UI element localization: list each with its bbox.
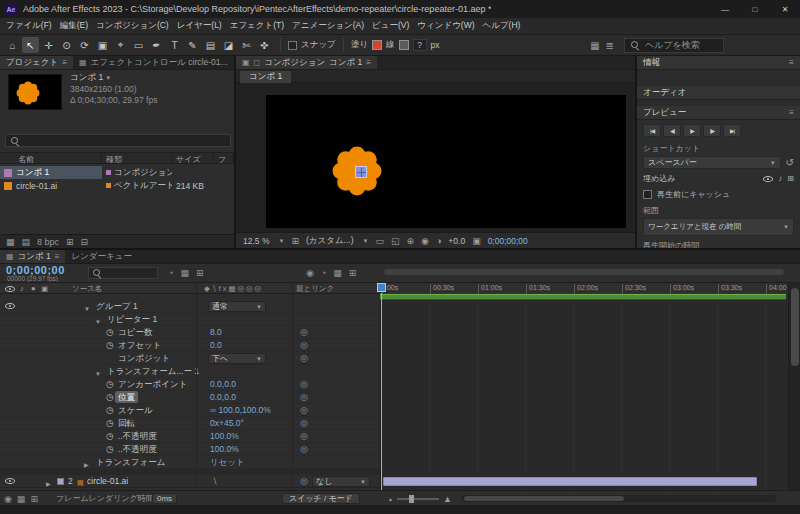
roto-brush-tool[interactable]: ✄ [238,37,255,53]
shy-master-icon[interactable]: ◉ [306,268,314,278]
channels-icon[interactable]: ◉ [421,236,429,246]
stroke-width-field[interactable]: ? [413,39,427,51]
stopwatch-icon[interactable]: ◷ [106,391,114,403]
menu-item[interactable]: アニメーション(A) [288,20,368,32]
timeline-property-row[interactable]: ▼トランスフォーム...ー 1 [0,365,380,378]
property-name[interactable]: グループ 1 [96,300,138,312]
flag-dropdown-icon[interactable]: ▼ [105,75,111,81]
include-video-eye-icon[interactable] [763,176,773,182]
menu-item[interactable]: コンポジション(C) [92,20,173,32]
brush-tool[interactable]: ✎ [184,37,201,53]
snail-render-icon[interactable]: ◉ [4,494,12,504]
tab-composition[interactable]: ▣ ◻ コンポジション コンポ 1 ≡ [236,56,377,69]
viewer-tab-comp1[interactable]: コンポ 1 [240,71,291,83]
close-button[interactable]: ✕ [770,0,800,18]
play-button[interactable]: ▶ [683,124,701,137]
zoom-slider-track[interactable] [397,498,439,500]
pick-whip-icon[interactable]: ◎ [300,339,308,351]
pick-whip-icon[interactable]: ◎ [300,352,308,364]
property-value[interactable]: 0x+45.0° [210,417,244,429]
lock-icon[interactable]: ◻ [254,58,261,67]
frame-blend-icon[interactable]: ▦ [180,268,189,278]
stopwatch-icon[interactable]: ◷ [106,339,114,351]
timeline-property-row[interactable]: ▶トランスフォームリセット [0,456,380,469]
zoom-level-dropdown[interactable]: 12.5 % [243,236,269,246]
stopwatch-icon[interactable]: ◷ [106,326,114,338]
horizontal-scrollbar[interactable] [462,495,776,502]
panel-menu-icon[interactable]: ≡ [62,58,67,67]
shape-tool[interactable]: ▭ [130,37,147,53]
layer-name[interactable]: circle-01.ai [87,475,128,487]
region-of-interest-icon[interactable]: ▭ [375,236,384,246]
timeline-property-row[interactable]: ◷アンカーポイント0.0,0.0◎ [0,378,380,391]
mask-visibility-icon[interactable]: ⊕ [407,236,415,246]
zoom-in-icon[interactable]: ▲ [443,494,452,504]
menu-item[interactable]: 編集(E) [56,20,92,32]
tab-project[interactable]: プロジェクト ≡ [0,56,73,69]
pick-whip-icon[interactable]: ◎ [300,475,308,487]
menu-item[interactable]: ヘルプ(H) [479,20,525,32]
property-name[interactable]: トランスフォーム...ー 1 [107,365,199,377]
item-name-cell[interactable]: コンポ 1 [0,166,102,179]
layer-row-circle-01[interactable]: ▶ 2 ▤ circle-01.ai ∖ ◎ なし ▼ [0,475,380,488]
stopwatch-icon[interactable]: ◷ [106,430,114,442]
timeline-property-row[interactable]: ◷コピー数8.0◎ [0,326,380,339]
info-panel-header[interactable]: 情報 ≡ [637,56,800,70]
property-name[interactable]: ..不透明度 [118,430,157,442]
include-overlays-icon[interactable]: ⊞ [787,174,794,183]
workspace-layout-icon[interactable]: ≣ [606,40,614,51]
menu-item[interactable]: ウィンドウ(W) [413,20,478,32]
scrollbar-thumb[interactable] [464,496,624,501]
tab-timeline-comp[interactable]: ▦ コンポ 1 ≡ [0,250,65,263]
comp-shy-icon[interactable]: ◔ [168,268,173,278]
item-name-cell[interactable]: circle-01.ai [0,179,102,192]
clone-stamp-tool[interactable]: ▤ [202,37,219,53]
property-value[interactable]: 100.0% [210,430,239,442]
timeline-property-row[interactable]: ◷スケール∞ 100.0,100.0%◎ [0,404,380,417]
range-dropdown[interactable]: ワークエリアと現在 の時間 ▼ [643,218,794,236]
tab-render-queue[interactable]: レンダーキュー [65,250,138,263]
constrain-link-icon[interactable]: ∞ [210,405,218,415]
panel-menu-icon[interactable]: ≡ [789,58,794,67]
property-name[interactable]: リピーター 1 [107,313,157,325]
parent-dropdown[interactable]: なし ▼ [312,476,370,487]
property-name[interactable]: 回転 [118,417,135,429]
eraser-tool[interactable]: ◪ [220,37,237,53]
panel-menu-icon[interactable]: ≡ [366,58,371,67]
pan-behind-tool[interactable]: ⌖ [112,37,129,53]
timeline-property-row[interactable]: コンポジット下へ▼◎ [0,352,380,365]
resolution-dropdown[interactable]: (カスタム...) [306,235,354,247]
time-navigator[interactable] [384,269,784,275]
hand-tool[interactable]: ✛ [40,37,57,53]
property-name[interactable]: コピー数 [118,326,152,338]
create-folder-icon[interactable]: ▤ [22,237,31,247]
property-value[interactable]: 100.0% [210,443,239,455]
exposure-value[interactable]: +0.0 [448,236,465,246]
visibility-eye-icon[interactable] [5,303,15,309]
transparency-grid-icon[interactable]: ◱ [391,236,400,246]
minimize-button[interactable]: — [710,0,740,18]
fill-color-swatch[interactable] [372,40,382,50]
project-item-row[interactable]: circle-01.ai ベクトルアート 214 KB [0,179,234,192]
motion-blur-icon[interactable]: ⊞ [196,268,204,278]
zoom-tool[interactable]: ⊙ [58,37,75,53]
property-name[interactable]: コンポジット [118,352,170,364]
selection-tool[interactable]: ↖ [22,37,39,53]
home-tool[interactable]: ⌂ [4,37,21,53]
orbit-camera-tool[interactable]: ⟳ [76,37,93,53]
zoom-out-icon[interactable]: ▲ [388,496,393,502]
current-time-indicator-head[interactable] [377,283,386,292]
column-size[interactable]: サイズ [172,153,214,163]
frame-blend-master-icon[interactable]: ◔ [321,268,326,278]
audio-panel-header[interactable]: オーディオ [637,86,800,100]
property-name[interactable]: スケール [118,404,153,416]
property-value[interactable]: リセット [210,456,245,468]
reset-icon[interactable]: ↺ [786,157,794,168]
column-type[interactable]: 種類 [102,153,172,163]
pick-whip-icon[interactable]: ◎ [300,326,308,338]
grid-guides-icon[interactable]: ⊞ [291,236,299,246]
bit-depth-label[interactable]: 8 bpc [37,237,59,247]
camera-tool[interactable]: ▣ [94,37,111,53]
text-tool[interactable]: T [166,37,183,53]
new-composition-icon[interactable]: ⊞ [66,237,74,247]
